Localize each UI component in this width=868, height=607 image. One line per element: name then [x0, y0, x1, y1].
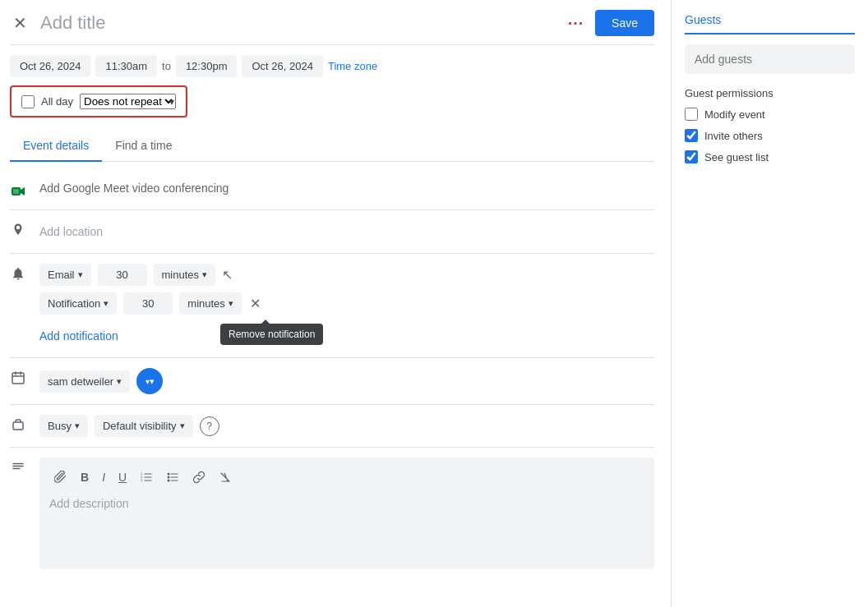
svg-point-12 [168, 476, 170, 479]
add-guests-input[interactable] [685, 44, 855, 74]
start-time-button[interactable]: 11:30am [95, 55, 157, 77]
invite-others-label: Invite others [704, 130, 763, 142]
date-row: Oct 26, 2024 11:30am to 12:30pm Oct 26, … [10, 55, 654, 77]
svg-rect-0 [569, 22, 571, 25]
close-icon: ✕ [13, 13, 27, 33]
briefcase-icon [10, 416, 26, 433]
description-placeholder: Add description [49, 494, 644, 513]
meet-content[interactable]: Add Google Meet video conferencing [39, 182, 654, 195]
guests-panel: Guests Guest permissions Modify event In… [671, 0, 868, 607]
cursor-icon: ↖ [222, 267, 233, 283]
timezone-button[interactable]: Time zone [328, 60, 377, 72]
notifications-content: Email minutes ↖ Notification minutes ✕ R… [39, 264, 654, 347]
help-button[interactable]: ? [200, 416, 219, 436]
notification-unit-1[interactable]: minutes [154, 264, 216, 286]
end-date-button[interactable]: Oct 26, 2024 [242, 55, 322, 77]
location-row [10, 214, 654, 250]
remove-tooltip: Remove notification [220, 324, 323, 345]
permission-invite-others: Invite others [685, 129, 855, 142]
title-input[interactable] [40, 12, 562, 34]
allday-checkbox[interactable] [21, 95, 35, 108]
see-guest-list-checkbox[interactable] [685, 150, 698, 163]
notification-row-1: Email minutes ↖ [39, 264, 654, 286]
svg-point-13 [168, 480, 170, 482]
notifications-section: Email minutes ↖ Notification minutes ✕ R… [10, 257, 654, 354]
underline-button[interactable]: U [113, 467, 132, 487]
tabs: Event details Find a time [10, 131, 654, 162]
allday-row: All day Does not repeat Daily Weekly Mon… [10, 85, 187, 117]
attach-button[interactable] [49, 467, 72, 487]
notification-amount-2[interactable] [123, 292, 173, 315]
unordered-list-button[interactable] [161, 467, 184, 487]
status-content: Busy Default visibility ? [39, 415, 654, 437]
close-button[interactable]: ✕ [10, 10, 30, 36]
meet-text: Add Google Meet video conferencing [39, 182, 229, 195]
svg-rect-2 [579, 22, 582, 25]
description-icon [10, 459, 26, 476]
invite-others-checkbox[interactable] [685, 129, 698, 142]
meet-icon [10, 183, 26, 200]
bell-icon [10, 265, 26, 282]
permission-see-guest-list: See guest list [685, 150, 855, 163]
description-section: B I U 1.2.3. [10, 451, 654, 576]
busy-select[interactable]: Busy [39, 415, 88, 437]
meet-row: Add Google Meet video conferencing [10, 175, 654, 206]
svg-point-11 [168, 473, 170, 476]
calendar-content: sam detweiler ▾ [39, 368, 654, 394]
more-options-button[interactable] [562, 10, 589, 36]
start-date-button[interactable]: Oct 26, 2024 [10, 55, 90, 77]
notification-row-2: Notification minutes ✕ Remove notificati… [39, 292, 654, 315]
italic-button[interactable]: I [97, 467, 110, 487]
notification-unit-2[interactable]: minutes [179, 292, 242, 315]
notification-amount-1[interactable] [98, 264, 147, 286]
visibility-select[interactable]: Default visibility [95, 415, 193, 437]
location-content[interactable] [39, 220, 654, 243]
save-button[interactable]: Save [595, 10, 654, 36]
permissions-title: Guest permissions [685, 87, 855, 99]
calendar-icon [10, 370, 26, 386]
svg-rect-7 [13, 422, 23, 430]
status-row: Busy Default visibility ? [10, 408, 654, 444]
svg-rect-6 [12, 373, 24, 384]
end-time-button[interactable]: 12:30pm [176, 55, 238, 77]
bold-button[interactable]: B [76, 467, 94, 487]
allday-label: All day [41, 95, 73, 108]
see-guest-list-label: See guest list [704, 151, 769, 163]
guests-title: Guests [685, 13, 855, 34]
more-icon [567, 15, 584, 31]
chevron-down-icon: ▾ [145, 377, 150, 386]
modify-event-label: Modify event [704, 108, 765, 121]
ordered-list-button[interactable]: 1.2.3. [135, 467, 158, 487]
remove-format-button[interactable] [214, 467, 237, 487]
svg-rect-5 [13, 189, 19, 194]
calendar-row: sam detweiler ▾ [10, 361, 654, 401]
svg-text:3.: 3. [141, 478, 143, 482]
notification-method-1[interactable]: Email [39, 264, 91, 286]
calendar-color-button[interactable]: ▾ [136, 368, 163, 394]
editor-toolbar: B I U 1.2.3. [49, 467, 644, 487]
modify-event-checkbox[interactable] [685, 108, 698, 121]
description-editor[interactable]: Add description [49, 494, 644, 559]
location-icon [10, 222, 26, 238]
remove-notification-button[interactable]: ✕ [248, 294, 262, 313]
description-content[interactable]: B I U 1.2.3. [39, 458, 654, 569]
tab-find-time[interactable]: Find a time [102, 131, 185, 162]
svg-rect-1 [575, 22, 577, 25]
calendar-user-select[interactable]: sam detweiler [39, 370, 130, 393]
repeat-dropdown[interactable]: Does not repeat Daily Weekly Monthly Ann… [80, 94, 176, 109]
to-label: to [162, 60, 171, 72]
notification-method-2[interactable]: Notification [39, 292, 117, 315]
add-notification-button[interactable]: Add notification [39, 324, 118, 347]
svg-marker-4 [21, 187, 25, 195]
repeat-select[interactable]: Does not repeat Daily Weekly Monthly Ann… [80, 94, 176, 109]
tab-event-details[interactable]: Event details [10, 131, 102, 162]
link-button[interactable] [187, 467, 210, 487]
permission-modify-event: Modify event [685, 108, 855, 121]
location-input[interactable] [39, 220, 654, 243]
